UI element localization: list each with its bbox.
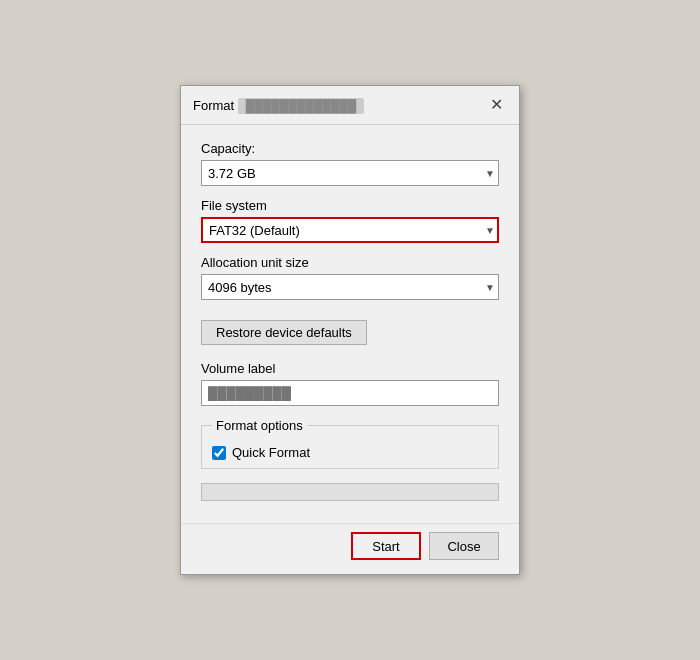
capacity-label: Capacity:	[201, 141, 499, 156]
volume-label-group: Volume label	[201, 361, 499, 406]
title-bar: Format █████████████ ✕	[181, 86, 519, 125]
file-system-label: File system	[201, 198, 499, 213]
title-bar-controls: ✕	[485, 94, 507, 116]
file-system-select-wrapper: FAT32 (Default) NTFS exFAT ▼	[201, 217, 499, 243]
close-icon-button[interactable]: ✕	[485, 94, 507, 116]
capacity-select[interactable]: 3.72 GB	[201, 160, 499, 186]
progress-bar	[201, 483, 499, 501]
allocation-label: Allocation unit size	[201, 255, 499, 270]
volume-label-input[interactable]	[201, 380, 499, 406]
close-button[interactable]: Close	[429, 532, 499, 560]
title-text: Format	[193, 98, 234, 113]
allocation-select[interactable]: 512 bytes 1024 bytes 2048 bytes 4096 byt…	[201, 274, 499, 300]
capacity-select-wrapper: 3.72 GB ▼	[201, 160, 499, 186]
format-options-group: Format options Quick Format	[201, 418, 499, 469]
quick-format-label: Quick Format	[232, 445, 310, 460]
allocation-group: Allocation unit size 512 bytes 1024 byte…	[201, 255, 499, 300]
quick-format-checkbox[interactable]	[212, 446, 226, 460]
file-system-select[interactable]: FAT32 (Default) NTFS exFAT	[201, 217, 499, 243]
start-button[interactable]: Start	[351, 532, 421, 560]
file-system-group: File system FAT32 (Default) NTFS exFAT ▼	[201, 198, 499, 243]
quick-format-row: Quick Format	[212, 445, 488, 460]
restore-defaults-button[interactable]: Restore device defaults	[201, 320, 367, 345]
volume-label-text: Volume label	[201, 361, 499, 376]
capacity-group: Capacity: 3.72 GB ▼	[201, 141, 499, 186]
format-options-legend: Format options	[212, 418, 307, 433]
dialog-footer: Start Close	[181, 523, 519, 574]
format-dialog: Format █████████████ ✕ Capacity: 3.72 GB…	[180, 85, 520, 575]
allocation-select-wrapper: 512 bytes 1024 bytes 2048 bytes 4096 byt…	[201, 274, 499, 300]
drive-label: █████████████	[238, 98, 365, 114]
dialog-title: Format █████████████	[193, 98, 364, 113]
dialog-content: Capacity: 3.72 GB ▼ File system FAT32 (D…	[181, 125, 519, 523]
